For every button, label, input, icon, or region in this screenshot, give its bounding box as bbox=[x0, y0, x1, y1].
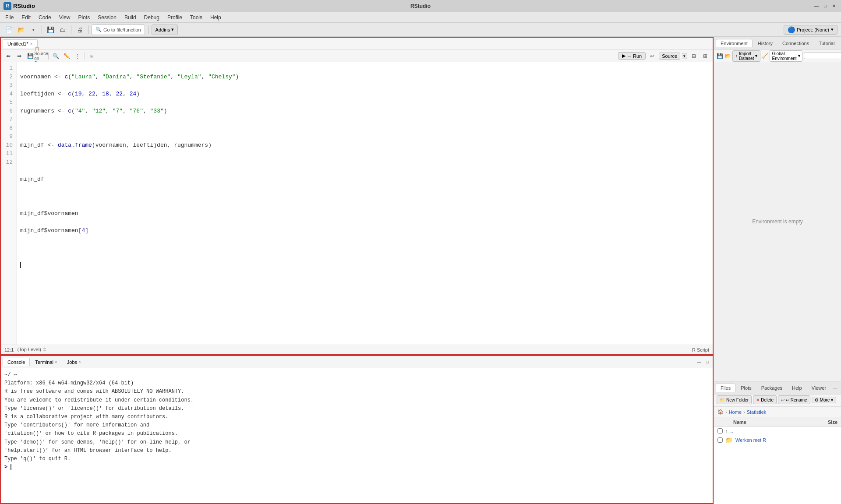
console-tab-console[interactable]: Console bbox=[3, 358, 30, 366]
up-icon: ↑ bbox=[725, 428, 728, 434]
menu-edit[interactable]: Edit bbox=[18, 14, 34, 21]
delete-button[interactable]: ✕ Delete bbox=[753, 395, 777, 404]
console-maximize-button[interactable]: □ bbox=[704, 359, 711, 366]
editor-forward-button[interactable]: ➡ bbox=[14, 52, 24, 60]
import-icon: ↑ bbox=[735, 53, 738, 58]
editor-source-on-save-button[interactable]: 📋 Source on Save bbox=[36, 52, 46, 60]
editor-search-button[interactable]: 🔍 bbox=[51, 52, 60, 60]
env-search-input[interactable] bbox=[806, 53, 841, 58]
tab-files[interactable]: Files bbox=[716, 384, 735, 392]
code-line-11 bbox=[20, 243, 709, 252]
editor-magic-button[interactable]: ✏️ bbox=[62, 52, 71, 60]
breadcrumb-home-icon[interactable]: 🏠 bbox=[717, 409, 724, 415]
env-search-box[interactable] bbox=[804, 53, 841, 59]
tab-tutorial-label: Tutorial bbox=[819, 41, 834, 46]
separator-4 bbox=[148, 25, 148, 34]
more-button[interactable]: ⚙ More ▾ bbox=[812, 397, 837, 403]
tab-connections[interactable]: Connections bbox=[778, 39, 813, 47]
project-button[interactable]: 🔵 Project: (None) ▾ bbox=[784, 25, 837, 35]
folder-icon: 📁 bbox=[720, 398, 725, 402]
menu-debug[interactable]: Debug bbox=[141, 14, 163, 21]
source-dropdown-button[interactable]: ▾ bbox=[682, 53, 687, 59]
menu-view[interactable]: View bbox=[56, 14, 74, 21]
status-context: (Top Level) ⇕ bbox=[17, 347, 46, 352]
new-script-button[interactable]: 📄 bbox=[4, 25, 14, 35]
editor-collapse-button[interactable]: ⊟ bbox=[689, 52, 699, 60]
code-content[interactable]: voornamen <- c("Laura", "Danira", "Stefa… bbox=[17, 62, 713, 345]
files-up-row[interactable]: ↑ .. bbox=[714, 427, 841, 435]
env-clear-button[interactable]: 🧹 bbox=[762, 52, 768, 60]
console-minimize-button[interactable]: — bbox=[696, 359, 703, 366]
menu-session[interactable]: Session bbox=[94, 14, 120, 21]
editor-save-button[interactable]: 💾 bbox=[25, 52, 35, 60]
editor-more-button[interactable]: ⋮ bbox=[73, 52, 82, 60]
global-env-label: Global Environment bbox=[772, 51, 796, 61]
print-button[interactable]: 🖨 bbox=[74, 25, 85, 35]
tab-environment-label: Environment bbox=[721, 41, 748, 46]
source-label: Source bbox=[662, 53, 677, 59]
run-button[interactable]: ▶ → Run bbox=[618, 52, 646, 60]
tab-history[interactable]: History bbox=[753, 39, 777, 47]
editor-expand-button[interactable]: ⊞ bbox=[87, 52, 97, 60]
files-toolbar: 📁 New Folder ✕ Delete ↩ ↩ Rename ⚙ More … bbox=[714, 395, 841, 407]
separator bbox=[48, 53, 49, 60]
source-button[interactable]: Source bbox=[659, 53, 680, 60]
menu-profile[interactable]: Profile bbox=[164, 14, 186, 21]
open-dropdown-button[interactable]: ▾ bbox=[28, 25, 39, 35]
files-breadcrumb: 🏠 › Home › Statistiek bbox=[714, 407, 841, 417]
code-line-5: mijn_df <- data.frame(voornamen, leeftij… bbox=[20, 141, 709, 150]
menu-file[interactable]: File bbox=[2, 14, 17, 21]
menu-plots[interactable]: Plots bbox=[75, 14, 94, 21]
menu-code[interactable]: Code bbox=[35, 14, 55, 21]
import-label: Import Dataset bbox=[739, 51, 754, 61]
menu-tools[interactable]: Tools bbox=[187, 14, 206, 21]
jobs-close[interactable]: × bbox=[78, 359, 81, 364]
close-button[interactable]: ✕ bbox=[830, 3, 837, 10]
code-line-3: rugnummers <- c("4", "12", "7", "76", "3… bbox=[20, 107, 709, 116]
editor-back-button[interactable]: ⬅ bbox=[4, 52, 13, 60]
save-all-button[interactable]: 🗂 bbox=[57, 25, 68, 35]
console-tab-terminal[interactable]: Terminal × bbox=[31, 358, 61, 366]
rename-button[interactable]: ↩ ↩ Rename bbox=[778, 395, 810, 404]
breadcrumb-home-text[interactable]: Home bbox=[729, 409, 742, 415]
console-content[interactable]: ~/ ↔ Platform: x86_64-w64-mingw32/x64 (6… bbox=[1, 368, 713, 503]
console-tab-jobs[interactable]: Jobs × bbox=[63, 358, 85, 366]
breadcrumb-sep-2: › bbox=[743, 409, 745, 415]
terminal-close[interactable]: × bbox=[55, 359, 57, 364]
editor-tab-untitled1[interactable]: Untitled1* × bbox=[3, 39, 38, 48]
breadcrumb-statistiek[interactable]: Statistiek bbox=[747, 409, 767, 415]
line-num-4: 4 bbox=[4, 90, 13, 99]
minimize-button[interactable]: — bbox=[813, 3, 820, 10]
menu-build[interactable]: Build bbox=[121, 14, 140, 21]
global-env-dropdown[interactable]: Global Environment ▾ bbox=[770, 50, 802, 62]
tab-environment[interactable]: Environment bbox=[716, 39, 753, 47]
env-save-button[interactable]: 💾 bbox=[717, 52, 723, 60]
env-load-button[interactable]: 📂 bbox=[724, 52, 731, 60]
code-editor[interactable]: 1 2 3 4 5 6 7 8 9 10 11 12 voornamen <- … bbox=[1, 62, 713, 345]
menu-help[interactable]: Help bbox=[207, 14, 225, 21]
main-layout: Untitled1* × ⬅ ➡ 💾 📋 Source on Save 🔍 ✏️… bbox=[0, 37, 841, 504]
up-row-checkbox[interactable] bbox=[717, 428, 723, 434]
file-row-werken-met-r[interactable]: 📁 Werken met R bbox=[714, 435, 841, 445]
tab-tutorial[interactable]: Tutorial bbox=[814, 39, 839, 47]
tab-help[interactable]: Help bbox=[788, 384, 806, 392]
go-to-file-button[interactable]: 🔍 Go to file/function bbox=[92, 25, 145, 35]
tab-packages[interactable]: Packages bbox=[757, 384, 787, 392]
editor-expand2-button[interactable]: ⊞ bbox=[700, 52, 710, 60]
editor-statusbar: 12:1 (Top Level) ⇕ R Script bbox=[1, 345, 713, 354]
separator2 bbox=[85, 53, 85, 60]
import-dataset-button[interactable]: ↑ Import Dataset ▾ bbox=[732, 50, 760, 62]
re-run-button[interactable]: ↩ bbox=[647, 52, 657, 60]
maximize-button[interactable]: □ bbox=[822, 3, 829, 10]
addins-button[interactable]: Addins ▾ bbox=[152, 25, 178, 35]
files-minimize-button[interactable]: — bbox=[831, 384, 838, 391]
folder-checkbox[interactable] bbox=[717, 437, 723, 443]
save-button[interactable]: 💾 bbox=[45, 25, 56, 35]
tab-viewer[interactable]: Viewer bbox=[807, 384, 830, 392]
line-num-5: 5 bbox=[4, 98, 13, 107]
new-folder-button[interactable]: 📁 New Folder bbox=[717, 395, 752, 404]
open-button[interactable]: 📂 bbox=[16, 25, 26, 35]
files-maximize-button[interactable]: □ bbox=[839, 384, 841, 391]
editor-tab-close[interactable]: × bbox=[30, 42, 33, 46]
tab-plots[interactable]: Plots bbox=[736, 384, 756, 392]
